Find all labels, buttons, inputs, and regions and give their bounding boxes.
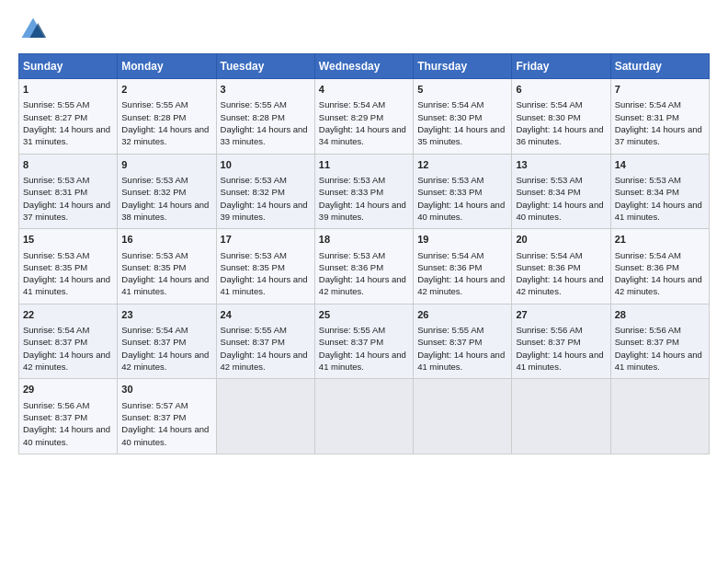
sunset-line: Sunset: 8:37 PM [121, 337, 186, 347]
sunrise-line: Sunrise: 5:54 AM [615, 250, 681, 260]
daylight-label: Daylight: 14 hours and 40 minutes. [516, 200, 603, 222]
day-cell: 25Sunrise: 5:55 AMSunset: 8:37 PMDayligh… [314, 304, 413, 379]
day-number: 23 [121, 308, 211, 322]
calendar-table: SundayMondayTuesdayWednesdayThursdayFrid… [18, 53, 710, 454]
sunset-line: Sunset: 8:37 PM [615, 337, 679, 347]
daylight-label: Daylight: 14 hours and 41 minutes. [221, 274, 308, 296]
day-number: 28 [615, 308, 705, 322]
sunrise-line: Sunrise: 5:55 AM [319, 325, 385, 335]
calendar-body: 1Sunrise: 5:55 AMSunset: 8:27 PMDaylight… [19, 79, 710, 454]
sunrise-line: Sunrise: 5:53 AM [319, 250, 385, 260]
daylight-label: Daylight: 14 hours and 42 minutes. [23, 350, 110, 372]
sunset-line: Sunset: 8:37 PM [319, 337, 383, 347]
sunset-line: Sunset: 8:32 PM [221, 187, 285, 197]
daylight-label: Daylight: 14 hours and 42 minutes. [516, 274, 603, 296]
sunset-line: Sunset: 8:35 PM [221, 262, 285, 272]
sunset-line: Sunset: 8:36 PM [516, 262, 580, 272]
day-number: 17 [221, 233, 311, 247]
day-number: 7 [615, 83, 705, 97]
week-row-1: 1Sunrise: 5:55 AMSunset: 8:27 PMDaylight… [19, 79, 710, 155]
daylight-label: Daylight: 14 hours and 41 minutes. [615, 200, 702, 222]
sunset-line: Sunset: 8:37 PM [23, 412, 87, 422]
sunrise-line: Sunrise: 5:54 AM [615, 99, 681, 109]
sunrise-line: Sunrise: 5:53 AM [23, 175, 89, 185]
sunrise-line: Sunrise: 5:53 AM [319, 175, 385, 185]
day-cell: 3Sunrise: 5:55 AMSunset: 8:28 PMDaylight… [216, 79, 314, 155]
daylight-label: Daylight: 14 hours and 33 minutes. [221, 124, 308, 146]
day-cell: 23Sunrise: 5:54 AMSunset: 8:37 PMDayligh… [118, 304, 216, 379]
day-cell: 30Sunrise: 5:57 AMSunset: 8:37 PMDayligh… [118, 379, 216, 454]
day-number: 29 [23, 383, 113, 396]
day-number: 8 [23, 158, 113, 172]
day-number: 2 [121, 83, 211, 97]
sunrise-line: Sunrise: 5:53 AM [23, 250, 89, 260]
sunrise-line: Sunrise: 5:54 AM [417, 250, 483, 260]
day-number: 10 [221, 158, 311, 172]
sunset-line: Sunset: 8:34 PM [615, 187, 679, 197]
day-cell: 15Sunrise: 5:53 AMSunset: 8:35 PMDayligh… [19, 229, 118, 304]
sunset-line: Sunset: 8:37 PM [516, 337, 580, 347]
day-cell: 2Sunrise: 5:55 AMSunset: 8:28 PMDaylight… [118, 79, 216, 155]
sunset-line: Sunset: 8:37 PM [417, 337, 482, 347]
sunrise-line: Sunrise: 5:55 AM [417, 325, 483, 335]
day-number: 13 [516, 158, 606, 172]
sunset-line: Sunset: 8:31 PM [615, 112, 679, 122]
sunrise-line: Sunrise: 5:54 AM [319, 99, 385, 109]
sunrise-line: Sunrise: 5:55 AM [221, 325, 287, 335]
day-cell: 28Sunrise: 5:56 AMSunset: 8:37 PMDayligh… [610, 304, 709, 379]
day-cell: 1Sunrise: 5:55 AMSunset: 8:27 PMDaylight… [19, 79, 118, 155]
day-cell: 7Sunrise: 5:54 AMSunset: 8:31 PMDaylight… [610, 79, 709, 155]
col-header-sunday: Sunday [19, 54, 118, 79]
sunset-line: Sunset: 8:28 PM [221, 112, 285, 122]
logo-icon [18, 15, 48, 44]
day-cell: 24Sunrise: 5:55 AMSunset: 8:37 PMDayligh… [216, 304, 314, 379]
sunset-line: Sunset: 8:35 PM [121, 262, 186, 272]
sunrise-line: Sunrise: 5:56 AM [615, 325, 681, 335]
sunset-line: Sunset: 8:37 PM [23, 337, 87, 347]
day-cell: 16Sunrise: 5:53 AMSunset: 8:35 PMDayligh… [118, 229, 216, 304]
page: SundayMondayTuesdayWednesdayThursdayFrid… [0, 0, 728, 563]
daylight-label: Daylight: 14 hours and 42 minutes. [615, 274, 702, 296]
col-header-monday: Monday [118, 54, 216, 79]
day-number: 20 [516, 233, 606, 247]
daylight-label: Daylight: 14 hours and 42 minutes. [319, 274, 406, 296]
sunrise-line: Sunrise: 5:55 AM [23, 99, 89, 109]
day-cell: 12Sunrise: 5:53 AMSunset: 8:33 PMDayligh… [414, 154, 512, 229]
daylight-label: Daylight: 14 hours and 41 minutes. [417, 350, 505, 372]
sunrise-line: Sunrise: 5:55 AM [221, 99, 287, 109]
day-cell: 19Sunrise: 5:54 AMSunset: 8:36 PMDayligh… [414, 229, 512, 304]
day-cell: 9Sunrise: 5:53 AMSunset: 8:32 PMDaylight… [118, 154, 216, 229]
sunset-line: Sunset: 8:33 PM [417, 187, 482, 197]
sunrise-line: Sunrise: 5:56 AM [516, 325, 582, 335]
sunrise-line: Sunrise: 5:53 AM [221, 175, 287, 185]
day-cell: 4Sunrise: 5:54 AMSunset: 8:29 PMDaylight… [314, 79, 413, 155]
day-number: 18 [319, 233, 409, 247]
day-number: 11 [319, 158, 409, 172]
day-number: 22 [23, 308, 113, 322]
sunrise-line: Sunrise: 5:53 AM [516, 175, 582, 185]
week-row-3: 15Sunrise: 5:53 AMSunset: 8:35 PMDayligh… [19, 229, 710, 304]
sunset-line: Sunset: 8:33 PM [319, 187, 383, 197]
daylight-label: Daylight: 14 hours and 35 minutes. [417, 124, 505, 146]
sunset-line: Sunset: 8:27 PM [23, 112, 87, 122]
daylight-label: Daylight: 14 hours and 39 minutes. [319, 200, 406, 222]
daylight-label: Daylight: 14 hours and 41 minutes. [319, 350, 406, 372]
day-cell: 5Sunrise: 5:54 AMSunset: 8:30 PMDaylight… [414, 79, 512, 155]
sunrise-line: Sunrise: 5:53 AM [121, 175, 188, 185]
week-row-5: 29Sunrise: 5:56 AMSunset: 8:37 PMDayligh… [19, 379, 710, 454]
sunrise-line: Sunrise: 5:57 AM [121, 400, 188, 410]
day-cell: 21Sunrise: 5:54 AMSunset: 8:36 PMDayligh… [610, 229, 709, 304]
day-number: 16 [121, 233, 211, 247]
header [18, 15, 710, 44]
daylight-label: Daylight: 14 hours and 39 minutes. [221, 200, 308, 222]
day-number: 15 [23, 233, 113, 247]
day-cell: 10Sunrise: 5:53 AMSunset: 8:32 PMDayligh… [216, 154, 314, 229]
day-cell: 20Sunrise: 5:54 AMSunset: 8:36 PMDayligh… [512, 229, 610, 304]
sunrise-line: Sunrise: 5:54 AM [417, 99, 483, 109]
col-header-wednesday: Wednesday [314, 54, 413, 79]
sunset-line: Sunset: 8:29 PM [319, 112, 383, 122]
sunrise-line: Sunrise: 5:54 AM [516, 250, 582, 260]
day-cell: 11Sunrise: 5:53 AMSunset: 8:33 PMDayligh… [314, 154, 413, 229]
sunset-line: Sunset: 8:37 PM [221, 337, 285, 347]
daylight-label: Daylight: 14 hours and 41 minutes. [615, 350, 702, 372]
